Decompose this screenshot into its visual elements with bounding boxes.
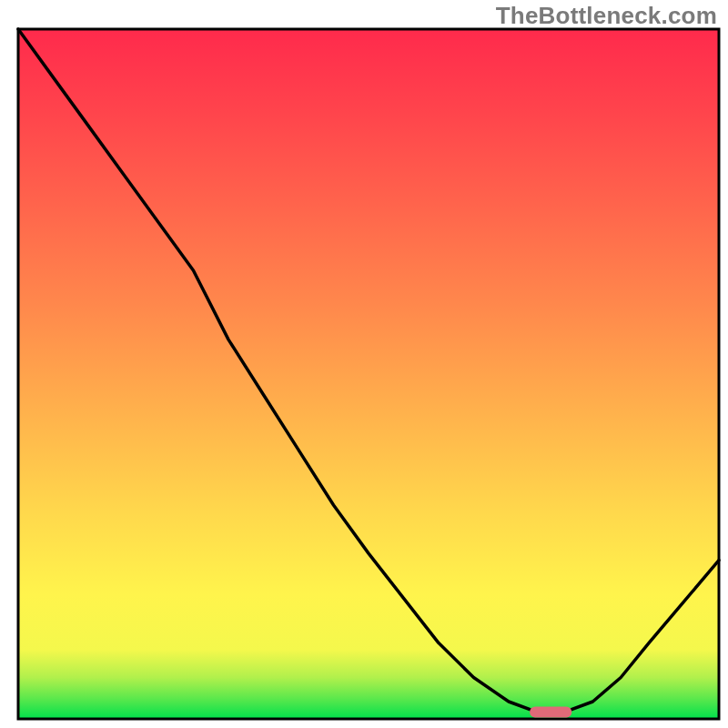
chart-container: { "watermark": "TheBottleneck.com", "cha… (0, 0, 728, 728)
optimal-range-marker (530, 706, 571, 717)
plot-background (18, 29, 719, 719)
bottleneck-chart (0, 0, 728, 728)
